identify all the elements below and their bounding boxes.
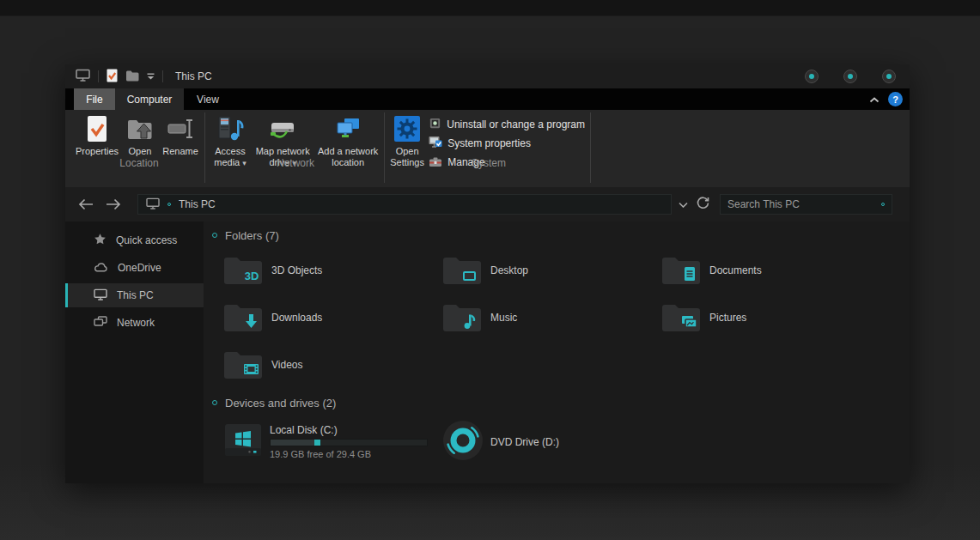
local-disk-icon [223,422,263,462]
access-media-icon [216,113,244,144]
open-label: Open [129,146,152,156]
close-button[interactable] [882,70,896,83]
search-input[interactable] [727,198,881,210]
dvd-drive-tile[interactable]: DVD Drive (D:) [442,420,640,464]
system-properties-label: System properties [447,137,531,149]
ribbon-group-location: Properties Open Rename Location [72,110,206,172]
search-box [720,194,892,215]
sidebar-item-label: Network [117,317,155,329]
minimize-button[interactable] [805,70,819,83]
uninstall-program-label: Uninstall or change a program [447,118,585,130]
open-icon [126,113,154,144]
open-settings-icon [394,113,420,144]
folder-tile-videos[interactable]: Videos [223,345,421,385]
group-label-location: Location [72,157,206,169]
folder-documents-icon [661,254,701,288]
properties-quick-icon[interactable] [107,69,118,85]
dvd-drive-icon [442,420,484,464]
folder-tile-pictures[interactable]: Pictures [661,298,859,337]
sidebar-item-label: This PC [117,289,154,301]
sidebar-item-quick-access[interactable]: Quick access [65,228,204,252]
uninstall-program-icon [429,117,441,132]
folder-downloads-icon [223,301,263,335]
rename-icon [167,113,194,144]
ribbon-separator [384,112,385,183]
system-properties-button[interactable]: System properties [425,134,588,153]
local-disk-tile[interactable]: Local Disk (C:) 19.9 GB free of 29.4 GB [223,420,421,464]
devices-grid: Local Disk (C:) 19.9 GB free of 29.4 GB … [204,420,910,464]
devices-header-label: Devices and drives (2) [225,397,336,410]
folder-tile-3d-objects[interactable]: 3D 3D Objects [223,251,421,290]
ribbon-separator [590,112,591,183]
rename-button[interactable]: Rename [158,110,203,157]
window-title: This PC [175,70,212,82]
address-dropdown-icon[interactable] [679,198,688,210]
properties-label: Properties [76,146,119,156]
breadcrumb-chevron-icon [167,203,171,206]
section-collapse-icon [212,233,217,238]
disk-usage-bar [270,439,428,446]
help-button[interactable]: ? [888,92,903,106]
folders-grid: 3D 3D Objects Desktop Documents [204,251,891,392]
minimize-ribbon-icon[interactable] [869,94,880,106]
map-network-drive-icon [268,113,297,144]
folder-label: Pictures [709,312,746,324]
address-bar[interactable]: This PC [137,194,672,215]
sidebar-item-onedrive[interactable]: OneDrive [65,256,204,280]
uninstall-program-button[interactable]: Uninstall or change a program [425,115,588,134]
folder-quick-icon[interactable] [125,70,139,84]
search-icon [881,203,885,206]
this-pc-icon[interactable] [76,69,90,84]
disk-free-text: 19.9 GB free of 29.4 GB [270,449,428,459]
ribbon: Properties Open Rename Location [65,110,910,187]
ribbon-group-system: Open Settings Uninstall or change a prog… [389,110,588,172]
folder-tile-documents[interactable]: Documents [661,251,859,290]
ribbon-separator [204,112,205,183]
group-label-network: Network [209,157,382,169]
quick-access-toolbar [65,69,163,85]
folder-tile-desktop[interactable]: Desktop [442,251,640,290]
open-button[interactable]: Open [122,110,158,157]
sidebar-item-this-pc[interactable]: This PC [65,283,204,307]
customize-toolbar-icon[interactable] [147,70,155,82]
folder-tile-downloads[interactable]: Downloads [223,298,421,337]
folder-label: Downloads [271,312,322,324]
toolbar-separator [98,70,99,82]
folder-3d-objects-icon: 3D [223,254,263,288]
properties-button[interactable]: Properties [72,110,122,157]
window-controls [805,70,896,83]
devices-section-header[interactable]: Devices and drives (2) [204,392,910,413]
navigation-bar: This PC [65,187,910,221]
titlebar: This PC [65,64,910,88]
tab-computer[interactable]: Computer [115,88,184,110]
back-button[interactable] [77,197,94,212]
sidebar-item-network[interactable]: Network [65,311,204,335]
sidebar: Quick access OneDrive This PC Network [65,221,204,483]
folder-desktop-icon [442,254,482,288]
folders-header-label: Folders (7) [225,229,279,242]
this-pc-breadcrumb-icon [146,197,160,212]
folder-label: 3D Objects [271,264,322,276]
file-explorer-window: This PC File Computer View ? Properties [65,64,910,483]
local-disk-label: Local Disk (C:) [270,424,428,436]
add-network-location-icon [334,113,362,144]
rename-label: Rename [162,146,198,156]
ribbon-tab-row: File Computer View ? [65,88,910,110]
tab-view[interactable]: View [184,88,232,110]
network-icon [94,316,107,330]
properties-icon [86,113,108,144]
folder-pictures-icon [661,301,701,335]
maximize-button[interactable] [843,70,857,83]
svg-text:3D: 3D [245,270,259,282]
tab-file[interactable]: File [74,88,115,110]
folder-videos-icon [223,349,263,382]
forward-button[interactable] [105,197,122,212]
folder-music-icon [442,301,482,335]
folder-tile-music[interactable]: Music [442,298,640,337]
sidebar-item-label: OneDrive [118,262,161,274]
folders-section-header[interactable]: Folders (7) [204,225,910,246]
refresh-icon[interactable] [697,197,709,212]
monitor-icon [94,288,107,303]
toolbar-separator [162,70,163,82]
folder-label: Documents [709,264,762,276]
